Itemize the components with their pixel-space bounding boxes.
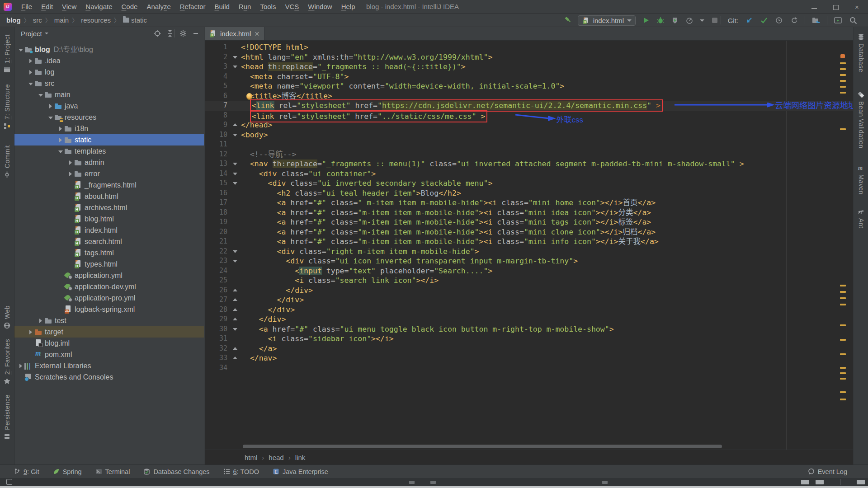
collapse-all-icon[interactable] [165, 29, 175, 38]
fold-marker-icon[interactable] [229, 286, 241, 296]
fold-marker-icon[interactable] [229, 295, 241, 305]
code-line[interactable]: 27 </div> [205, 295, 853, 305]
tree-item-main[interactable]: main [14, 89, 204, 100]
tree-collapse-arrow-icon[interactable] [47, 103, 54, 110]
tree-item-external-libraries[interactable]: External Libraries [14, 360, 204, 371]
intention-bulb-icon[interactable] [246, 93, 252, 99]
editor-breadcrumb-item[interactable]: head [269, 454, 283, 461]
run-options-chevron-icon[interactable] [700, 19, 704, 22]
code-line[interactable]: 20 <a href="#" class="m-item item m-mobi… [205, 227, 853, 237]
tree-collapse-arrow-icon[interactable] [37, 317, 44, 324]
tree-item--idea[interactable]: .idea [14, 55, 204, 66]
code-line[interactable]: 1<!DOCTYPE html> [205, 42, 853, 52]
run-anything-window-icon[interactable] [834, 16, 842, 24]
tree-item-application-yml[interactable]: application.yml [14, 270, 204, 281]
code-line[interactable]: 26 </div> [205, 286, 853, 296]
menu-file[interactable]: File [17, 1, 36, 12]
tree-item-blog-iml[interactable]: blog.iml [14, 338, 204, 349]
chevron-down-icon[interactable] [45, 33, 48, 34]
code-line[interactable]: 10<body> [205, 130, 853, 140]
project-structure-icon[interactable] [812, 16, 820, 24]
event-log-button[interactable]: Event Log [808, 468, 847, 475]
toolwindow-button-1-project[interactable]: 1: Project [4, 34, 11, 73]
locate-file-icon[interactable] [153, 29, 162, 38]
fold-marker-icon[interactable] [229, 305, 241, 315]
fold-marker-icon[interactable] [229, 344, 241, 354]
tree-item-pom-xml[interactable]: pom.xml [14, 349, 204, 360]
code-line[interactable]: 18 <a href="#" class="m-item item m-mobi… [205, 208, 853, 218]
code-line[interactable]: 12 <!--导航--> [205, 150, 853, 160]
menu-help[interactable]: Help [337, 1, 359, 12]
tree-expand-arrow-icon[interactable] [57, 148, 64, 155]
vcs-update-icon[interactable] [745, 16, 753, 24]
code-line[interactable]: 16 <h2 class="ui teal header item">Blog<… [205, 188, 853, 198]
breadcrumb-item[interactable]: main [54, 16, 69, 24]
breadcrumb-item[interactable]: src [33, 16, 42, 24]
fold-marker-icon[interactable] [229, 62, 241, 72]
tree-collapse-arrow-icon[interactable] [17, 362, 24, 370]
code-line[interactable]: 25 <i class="search link icon"></i> [205, 276, 853, 286]
coverage-button[interactable] [671, 16, 679, 24]
menu-code[interactable]: Code [118, 1, 142, 12]
fold-marker-icon[interactable] [229, 247, 241, 257]
breadcrumb-item[interactable]: static [123, 16, 147, 24]
toolwindow-button-terminal[interactable]: Terminal [95, 468, 130, 475]
vcs-commit-check-icon[interactable] [760, 16, 768, 24]
tree-collapse-arrow-icon[interactable] [27, 57, 34, 65]
code-line[interactable]: 30 <a href="#" class="ui menu toggle bla… [205, 324, 853, 334]
toolwindow-button-commit[interactable]: Commit [4, 145, 11, 178]
minimize-button[interactable] [811, 4, 817, 10]
toolwindow-button-bean-validation[interactable]: Bean Validation [858, 91, 865, 149]
tree-item-i18n[interactable]: i18n [14, 123, 204, 134]
editor-breadcrumb-item[interactable]: html [245, 454, 257, 461]
menu-vcs[interactable]: VCS [281, 1, 303, 12]
toolwindow-switcher-icon[interactable] [6, 479, 12, 485]
search-everywhere-icon[interactable] [849, 16, 857, 24]
close-button[interactable]: × [854, 4, 860, 10]
vcs-history-clock-icon[interactable] [775, 16, 783, 24]
run-button[interactable] [642, 16, 650, 24]
tab-close-icon[interactable]: ✕ [254, 31, 259, 37]
tab-index-html[interactable]: index.html ✕ [205, 27, 264, 40]
debug-button[interactable] [656, 16, 665, 24]
code-line[interactable]: 9</head> [205, 120, 853, 130]
tree-collapse-arrow-icon[interactable] [67, 170, 74, 178]
code-line[interactable]: 17 <a href="#" class=" m-item item m-mob… [205, 198, 853, 208]
fold-marker-icon[interactable] [229, 169, 241, 179]
tree-item-about-html[interactable]: about.html [14, 191, 204, 202]
toolwindow-button-web[interactable]: Web [4, 305, 11, 329]
tree-item-templates[interactable]: templates [14, 145, 204, 157]
tree-collapse-arrow-icon[interactable] [67, 159, 74, 166]
breadcrumb-item[interactable]: blog [6, 16, 21, 24]
maximize-button[interactable] [833, 4, 839, 10]
code-editor[interactable]: 1<!DOCTYPE html>2<html lang="en" xmlns:t… [205, 41, 853, 450]
toolwindow-button-7-structure[interactable]: 7: Structure [4, 84, 11, 129]
code-line[interactable]: 4 <meta charset="UTF-8"> [205, 72, 853, 82]
editor-breadcrumb-item[interactable]: link [295, 454, 306, 461]
code-line[interactable]: 23 <div class="ui icon inverted transpar… [205, 256, 853, 266]
tree-item-search-html[interactable]: search.html [14, 236, 204, 247]
breadcrumb-item[interactable]: resources [81, 16, 111, 24]
code-line[interactable]: 21 <a href="#" class="m-item item m-mobi… [205, 237, 853, 247]
toolwindow-button-6-todo[interactable]: 6: TODO [223, 468, 259, 475]
fold-marker-icon[interactable] [229, 314, 241, 324]
code-line[interactable]: 34 [205, 363, 853, 373]
toolwindow-button-spring[interactable]: Spring [53, 468, 82, 475]
fold-marker-icon[interactable] [229, 52, 241, 62]
menu-analyze[interactable]: Analyze [142, 1, 175, 12]
tree-item-scratches-and-consoles[interactable]: Scratches and Consoles [14, 371, 204, 383]
tree-item-index-html[interactable]: index.html [14, 225, 204, 236]
fold-marker-icon[interactable] [229, 130, 241, 140]
tree-expand-arrow-icon[interactable] [47, 114, 54, 121]
profiler-button[interactable] [685, 16, 693, 24]
build-hammer-icon[interactable] [563, 16, 571, 24]
fold-marker-icon[interactable] [229, 353, 241, 363]
tree-item-blog[interactable]: blogD:\专业\blog [14, 44, 204, 55]
tree-collapse-arrow-icon[interactable] [27, 69, 34, 76]
toolwindow-button-2-favorites[interactable]: 2: Favorites [4, 339, 11, 385]
tree-item-types-html[interactable]: types.html [14, 258, 204, 270]
settings-gear-icon[interactable] [179, 29, 188, 38]
code-line[interactable]: 14 <div class="ui container"> [205, 169, 853, 179]
vcs-rollback-icon[interactable] [790, 16, 798, 24]
tree-item-static[interactable]: static [14, 134, 204, 145]
